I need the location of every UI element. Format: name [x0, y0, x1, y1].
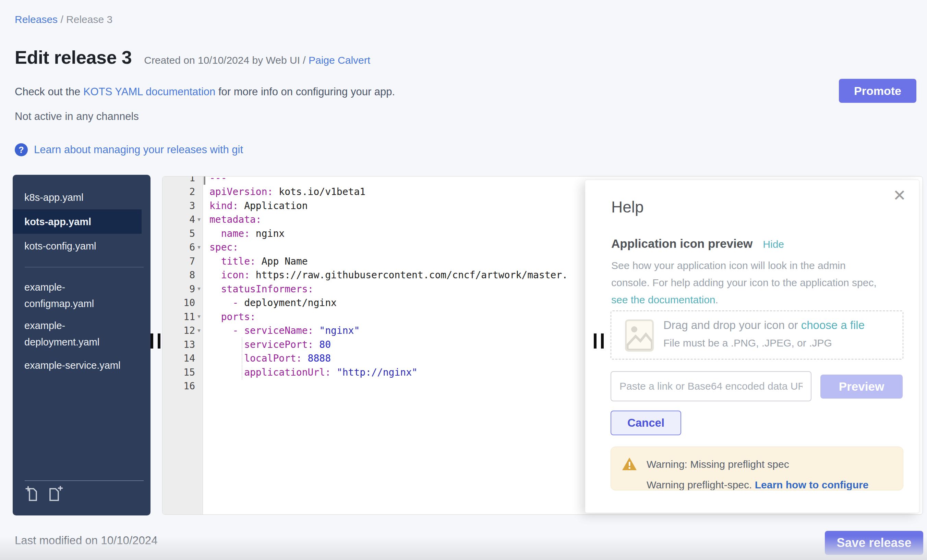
fold-arrow-icon[interactable]: ▾	[195, 310, 203, 323]
created-info: Created on 10/10/2024 by Web UI / Paige …	[144, 55, 370, 66]
bottom-fade	[0, 536, 927, 560]
indent-guide	[242, 338, 242, 379]
sidebar-divider	[25, 267, 144, 267]
line-number: 1	[163, 176, 195, 184]
file-sidebar: k8s-app.yamlkots-app.yamlkots-config.yam…	[13, 175, 150, 516]
help-panel: ✕ Help Application icon preview Hide See…	[585, 180, 919, 513]
file-item-example-service.yaml[interactable]: example-service.yaml	[13, 353, 142, 377]
question-circle-icon: ?	[15, 143, 28, 156]
icon-preview-description: See how your application icon will look …	[611, 257, 882, 308]
line-number: 7	[163, 256, 195, 267]
line-number: 16	[163, 380, 195, 392]
help-title: Help	[611, 198, 644, 216]
code-text: name: nginx	[203, 228, 284, 239]
icon-url-input[interactable]	[611, 371, 812, 401]
line-number: 5	[163, 228, 195, 239]
line-number: 3	[163, 200, 195, 211]
code-text: servicePort: 80	[203, 339, 331, 350]
warning-triangle-icon	[622, 457, 637, 471]
code-text: - serviceName: "nginx"	[203, 325, 360, 336]
intro-text: Check out the KOTS YAML documentation fo…	[15, 86, 395, 98]
fold-arrow-icon[interactable]: ▾	[195, 282, 203, 296]
code-text: apiVersion: kots.io/v1beta1	[203, 186, 365, 197]
fold-arrow-icon[interactable]: ▾	[195, 324, 203, 338]
file-item-example-configmap.yaml[interactable]: example-configmap.yaml	[13, 276, 142, 315]
file-item-kots-config.yaml[interactable]: kots-config.yaml	[13, 234, 142, 258]
code-text: metadata:	[203, 214, 261, 225]
fold-arrow-icon[interactable]: ▾	[195, 241, 203, 254]
line-number: 9	[163, 284, 195, 295]
line-number: 11	[163, 311, 195, 322]
breadcrumb-releases-link[interactable]: Releases	[15, 14, 58, 25]
code-text: icon: https://raw.githubusercontent.com/…	[203, 269, 568, 281]
new-file-icon[interactable]	[47, 486, 64, 502]
see-documentation-link[interactable]: see the documentation	[611, 294, 716, 305]
icon-dropzone[interactable]: Drag and drop your icon or choose a file…	[611, 311, 903, 360]
icon-preview-title: Application icon preview	[611, 237, 752, 250]
editor-cursor	[204, 176, 205, 185]
line-number: 14	[163, 353, 195, 364]
kots-yaml-doc-link[interactable]: KOTS YAML documentation	[83, 86, 215, 98]
code-text: - deployment/nginx	[203, 297, 337, 308]
preflight-warning: Warning: Missing preflight spec Warning …	[611, 446, 903, 490]
code-text: localPort: 8888	[203, 353, 331, 364]
line-number: 8	[163, 269, 195, 281]
code-text: kind: Application	[203, 200, 308, 211]
page-title: Edit release 3	[15, 47, 132, 68]
file-item-k8s-app.yaml[interactable]: k8s-app.yaml	[13, 185, 142, 209]
hide-link[interactable]: Hide	[763, 238, 784, 250]
release-editor-page: Releases / Release 3 Edit release 3 Crea…	[0, 0, 927, 560]
line-number: 15	[163, 367, 195, 378]
close-icon[interactable]: ✕	[893, 187, 906, 203]
line-number: 2	[163, 186, 195, 197]
line-number: 6	[163, 241, 195, 253]
dropzone-filetypes: File must be a .PNG, .JPEG, or .JPG	[663, 337, 832, 349]
line-number: 13	[163, 339, 195, 350]
channel-status: Not active in any channels	[15, 110, 139, 123]
preview-button[interactable]: Preview	[821, 375, 903, 399]
file-item-example-deployment.yaml[interactable]: example-deployment.yaml	[13, 315, 142, 353]
line-number: 12	[163, 325, 195, 336]
sidebar-bottom	[13, 481, 150, 516]
breadcrumb-current: Release 3	[66, 14, 112, 25]
git-help-link[interactable]: ? Learn about managing your releases wit…	[15, 143, 243, 156]
panel-resize-handle-left[interactable]	[150, 334, 161, 349]
code-text: title: App Name	[203, 256, 308, 267]
file-list: k8s-app.yamlkots-app.yamlkots-config.yam…	[13, 185, 150, 377]
git-help-label: Learn about managing your releases with …	[34, 144, 243, 156]
line-number: 4	[163, 214, 195, 225]
warning-detail: Warning preflight-spec. Learn how to con…	[647, 479, 868, 490]
fold-arrow-icon[interactable]: ▾	[195, 213, 203, 226]
created-author-link[interactable]: Paige Calvert	[308, 55, 370, 66]
breadcrumb-separator: /	[60, 14, 66, 25]
line-number: 10	[163, 297, 195, 308]
title-row: Edit release 3 Created on 10/10/2024 by …	[15, 47, 370, 68]
panel-resize-handle-right[interactable]	[594, 334, 604, 349]
code-text: ports:	[203, 311, 256, 322]
code-text: statusInformers:	[203, 284, 313, 295]
add-file-icon[interactable]	[25, 486, 41, 502]
file-item-kots-app.yaml[interactable]: kots-app.yaml	[13, 209, 141, 234]
breadcrumb: Releases / Release 3	[15, 14, 112, 25]
image-placeholder-icon	[625, 319, 654, 352]
learn-how-to-configure-link[interactable]: Learn how to configure	[755, 479, 869, 490]
dropzone-text: Drag and drop your icon or choose a file	[663, 319, 865, 332]
code-text: ---	[203, 176, 227, 184]
promote-button[interactable]: Promote	[839, 79, 916, 103]
code-text: spec:	[203, 241, 238, 253]
choose-file-link[interactable]: choose a file	[801, 319, 865, 331]
code-text: applicationUrl: "http://nginx"	[203, 367, 418, 378]
warning-title: Warning: Missing preflight spec	[647, 458, 789, 470]
cancel-button[interactable]: Cancel	[611, 411, 681, 435]
